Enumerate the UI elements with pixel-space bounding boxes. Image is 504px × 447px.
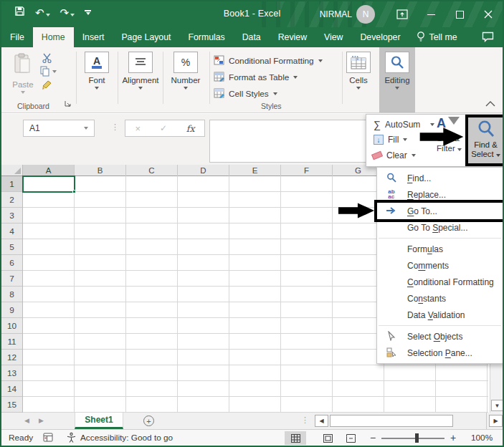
row-header-6[interactable]: 6 (1, 255, 22, 271)
column-header-e[interactable]: E (229, 165, 281, 176)
font-group-button[interactable]: A Font (77, 52, 116, 90)
format-as-table-button[interactable]: Format as Table (214, 69, 298, 85)
row-header-9[interactable]: 9 (1, 302, 22, 318)
accessibility-icon[interactable] (66, 432, 77, 445)
close-button[interactable] (474, 1, 503, 27)
maximize-button[interactable] (445, 1, 474, 27)
find-select-label-1: Find & (474, 140, 498, 150)
selected-cell-a1[interactable] (22, 176, 75, 193)
row-header-1[interactable]: 1 (1, 176, 22, 192)
menu-item-data-validation[interactable]: Data Validation (377, 307, 503, 323)
tab-page-layout[interactable]: Page Layout (113, 27, 179, 47)
column-header-d[interactable]: D (178, 165, 229, 176)
page-layout-view-button[interactable] (317, 431, 338, 445)
column-header-f[interactable]: F (281, 165, 333, 176)
macro-record-icon[interactable] (43, 433, 53, 444)
select-all-corner[interactable] (1, 165, 23, 176)
scroll-down-icon[interactable]: ▼ (491, 400, 503, 411)
menu-item-go-to[interactable]: Go To... (377, 203, 503, 219)
row-headers: 1 2 3 4 5 6 7 8 9 10 11 12 13 14 15 (1, 176, 23, 413)
tell-me-box[interactable]: Tell me (409, 27, 465, 47)
find-select-label-2: Select (471, 150, 493, 158)
chevron-down-icon (496, 154, 500, 157)
ribbon-display-options-button[interactable] (388, 1, 417, 27)
menu-item-go-to-special[interactable]: Go To Special... (377, 219, 503, 236)
page-break-preview-button[interactable] (340, 431, 361, 445)
copy-button[interactable] (40, 66, 57, 77)
sheet-tab-sheet1[interactable]: Sheet1 (75, 413, 123, 429)
zoom-in-button[interactable]: + (450, 432, 456, 443)
cells-group-button[interactable]: Cells (340, 52, 377, 90)
format-painter-button[interactable] (42, 80, 52, 93)
row-header-8[interactable]: 8 (1, 287, 22, 302)
tab-insert[interactable]: Insert (74, 27, 113, 47)
tab-review[interactable]: Review (270, 27, 315, 47)
cut-button[interactable] (42, 53, 52, 66)
cancel-icon[interactable]: × (135, 123, 141, 134)
tab-formulas[interactable]: Formulas (179, 27, 233, 47)
menu-item-label: Selection Pane... (407, 348, 472, 358)
clipboard-dialog-launcher-icon[interactable] (65, 97, 71, 110)
row-header-7[interactable]: 7 (1, 271, 22, 287)
hscroll-right-icon[interactable]: ▶ (489, 415, 503, 427)
conditional-formatting-button[interactable]: Conditional Formatting (214, 53, 323, 69)
clipboard-group-label: Clipboard (17, 102, 49, 110)
menu-item-label: Conditional Formatting (407, 277, 494, 287)
sheet-nav-right-icon[interactable]: ▶ (39, 417, 44, 424)
zoom-slider-track[interactable] (381, 438, 444, 439)
row-header-15[interactable]: 15 (1, 397, 22, 413)
chevron-down-icon (273, 92, 277, 95)
avatar[interactable]: N (356, 5, 375, 24)
tell-me-label: Tell me (429, 32, 457, 42)
fill-handle[interactable] (72, 190, 76, 193)
editing-group-button[interactable]: Editing (379, 47, 415, 112)
collapse-ribbon-button[interactable] (485, 97, 495, 110)
alignment-group-button[interactable]: Alignment (118, 52, 163, 90)
row-header-2[interactable]: 2 (1, 192, 22, 208)
name-box[interactable]: A1 (23, 120, 95, 137)
row-header-12[interactable]: 12 (1, 350, 22, 365)
row-header-4[interactable]: 4 (1, 224, 22, 239)
row-header-3[interactable]: 3 (1, 208, 22, 224)
horizontal-scrollbar-thumb[interactable] (330, 415, 453, 427)
menu-item-conditional-formatting[interactable]: Conditional Formatting (377, 274, 503, 290)
normal-view-button[interactable] (285, 431, 306, 445)
feedback-icon[interactable] (482, 32, 494, 45)
menu-item-select-objects[interactable]: Select Objects (377, 328, 503, 345)
menu-item-formulas[interactable]: Formulas (377, 241, 503, 257)
find-select-button[interactable]: Find & Select (465, 115, 504, 166)
menu-item-selection-pane[interactable]: Selection Pane... (377, 345, 503, 361)
menu-item-replace[interactable]: abac Replace... (377, 186, 503, 203)
paste-button[interactable]: Paste (7, 52, 39, 94)
row-header-10[interactable]: 10 (1, 318, 22, 334)
tab-home[interactable]: Home (33, 27, 74, 47)
row-header-11[interactable]: 11 (1, 334, 22, 350)
number-group-button[interactable]: % Number (166, 52, 205, 90)
zoom-slider-handle[interactable] (415, 433, 419, 443)
row-header-13[interactable]: 13 (1, 365, 22, 381)
new-sheet-button[interactable]: + (143, 415, 154, 426)
row-header-14[interactable]: 14 (1, 381, 22, 397)
formula-bar-resize-handle[interactable]: ⋮ (111, 122, 119, 132)
fill-button[interactable]: ↓ Fill (374, 135, 407, 145)
tab-developer[interactable]: Developer (351, 27, 409, 47)
row-header-5[interactable]: 5 (1, 239, 22, 255)
tab-scrollbar-splitter[interactable]: ⋮ (301, 415, 309, 425)
clear-button[interactable]: Clear (372, 150, 416, 160)
insert-function-icon[interactable]: fx (186, 123, 195, 134)
menu-item-constants[interactable]: Constants (377, 290, 503, 307)
enter-icon[interactable]: ✓ (160, 123, 167, 133)
tab-view[interactable]: View (315, 27, 351, 47)
column-header-c[interactable]: C (126, 165, 178, 176)
hscroll-left-icon[interactable]: ◀ (315, 415, 328, 427)
tab-file[interactable]: File (1, 27, 33, 47)
zoom-out-button[interactable]: − (370, 432, 376, 443)
column-header-a[interactable]: A (23, 165, 75, 176)
sheet-nav-left-icon[interactable]: ◀ (24, 417, 29, 424)
cell-styles-button[interactable]: Cell Styles (214, 86, 277, 102)
tab-data[interactable]: Data (234, 27, 270, 47)
menu-item-find[interactable]: Find... (377, 170, 503, 186)
minimize-button[interactable] (417, 1, 445, 27)
menu-item-comments[interactable]: Comments (377, 257, 503, 274)
column-header-b[interactable]: B (75, 165, 126, 176)
